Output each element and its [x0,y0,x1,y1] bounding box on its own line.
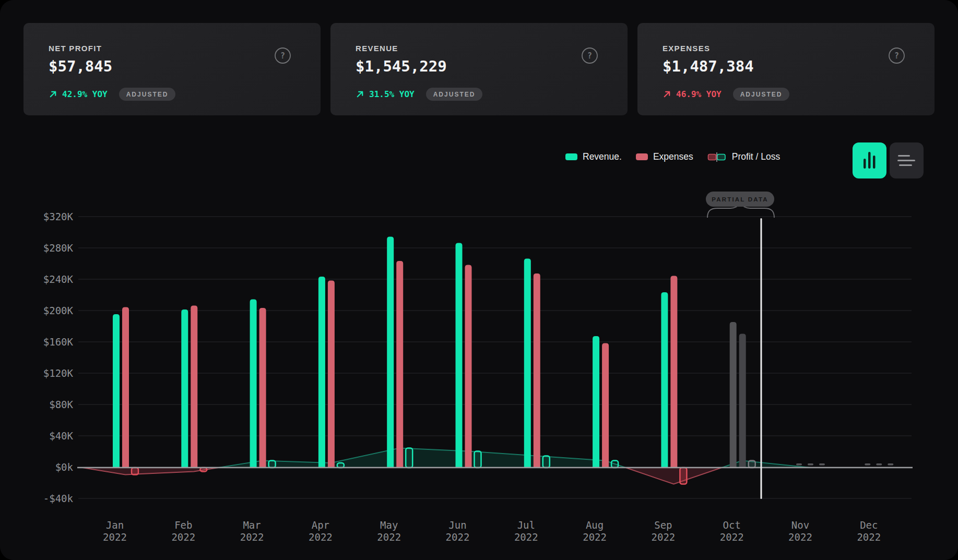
view-toggle [853,142,924,178]
kpi-cards-row: NET PROFIT ? $57,845 42.9% YOY ADJUSTED [23,23,935,115]
bar-expenses-jun[interactable] [465,265,472,468]
legend-label: Expenses [653,151,693,162]
bar-revenue-oct[interactable] [730,322,737,468]
y-axis-label: $0k [55,461,74,473]
expenses-swatch-icon [636,153,648,160]
bar-expenses-sep[interactable] [670,276,677,468]
bar-revenue-jun[interactable] [456,243,463,468]
bar-expenses-oct[interactable] [739,334,746,468]
legend-item-profit-loss[interactable]: Profit / Loss [707,151,780,162]
question-circle-icon: ? [274,47,291,64]
adjusted-badge: ADJUSTED [733,88,790,101]
no-data-dash-dec [865,463,870,466]
x-axis-label-oct: Oct2022 [720,519,744,543]
x-axis-label-apr: Apr2022 [309,519,333,543]
y-axis-label: $280K [43,242,74,254]
kpi-card-revenue: REVENUE ? $1,545,229 31.5% YOY ADJUSTED [330,23,628,115]
x-axis-label-mar: Mar2022 [240,519,264,543]
adjusted-badge: ADJUSTED [426,88,483,101]
bar-profit-loss-sep[interactable] [680,468,687,484]
chart-view-button[interactable] [853,142,886,178]
chart-legend: Revenue. Expenses Profit / Loss [565,151,780,162]
yoy-text: 46.9% YOY [676,89,722,99]
list-rows-icon [897,155,916,166]
yoy-change: 42.9% YOY [49,89,108,99]
no-data-dash-dec [888,463,893,466]
bar-revenue-mar[interactable] [250,300,257,468]
help-icon[interactable]: ? [888,47,905,64]
y-axis-label: $240K [43,273,74,285]
bar-expenses-apr[interactable] [328,281,335,468]
kpi-card-expenses: EXPENSES ? $1,487,384 46.9% YOY ADJUSTED [637,23,935,115]
x-axis-label-nov: Nov2022 [788,519,812,543]
x-axis-label-dec: Dec2022 [857,519,881,543]
y-axis-label: $160K [43,336,74,348]
yoy-change: 31.5% YOY [356,89,415,99]
question-circle-icon: ? [581,47,598,64]
zero-axis-line [77,467,913,469]
x-axis-label-jun: Jun2022 [446,519,470,543]
bar-revenue-aug[interactable] [593,336,599,468]
bar-expenses-aug[interactable] [602,343,609,468]
trend-up-arrow-icon [49,90,57,99]
card-meta: 31.5% YOY ADJUSTED [356,88,628,101]
x-axis-label-sep: Sep2022 [652,519,676,543]
bar-profit-loss-oct[interactable] [749,461,755,468]
bar-expenses-jan[interactable] [122,307,129,468]
bar-chart-icon [864,152,876,169]
yoy-change: 46.9% YOY [663,89,722,99]
x-axis-label-feb: Feb2022 [171,519,195,543]
trend-up-arrow-icon [356,90,364,99]
bar-revenue-jan[interactable] [113,314,120,468]
bar-revenue-feb[interactable] [181,309,188,468]
legend-item-expenses[interactable]: Expenses [636,151,693,162]
yoy-text: 31.5% YOY [369,89,415,99]
bar-revenue-jul[interactable] [524,259,531,468]
financial-dashboard: NET PROFIT ? $57,845 42.9% YOY ADJUSTED [0,0,958,560]
bar-expenses-mar[interactable] [259,308,266,468]
adjusted-badge: ADJUSTED [119,88,176,101]
no-data-dash-nov [808,463,813,466]
current-date-cursor [761,218,762,499]
svg-text:?: ? [894,51,899,61]
card-meta: 42.9% YOY ADJUSTED [49,88,321,101]
y-axis-label: -$40k [43,493,74,504]
list-view-button[interactable] [890,142,924,178]
bar-revenue-may[interactable] [387,237,394,468]
legend-item-revenue[interactable]: Revenue. [565,151,622,162]
profit-loss-swatch-icon [707,152,727,162]
svg-text:?: ? [280,51,285,61]
bar-profit-loss-jun[interactable] [475,451,481,468]
bar-profit-loss-aug[interactable] [611,461,618,468]
bar-revenue-apr[interactable] [318,277,325,468]
x-axis-label-may: May2022 [377,519,401,543]
no-data-dash-nov [819,463,825,466]
bar-revenue-sep[interactable] [661,292,668,468]
help-icon[interactable]: ? [581,47,598,64]
legend-label: Revenue. [583,151,622,162]
x-axis-label-aug: Aug2022 [583,519,607,543]
no-data-dash-dec [876,463,882,466]
bar-profit-loss-mar[interactable] [269,461,276,468]
legend-label: Profit / Loss [732,151,780,162]
card-meta: 46.9% YOY ADJUSTED [663,88,935,101]
bar-profit-loss-jul[interactable] [543,456,550,468]
trend-up-arrow-icon [663,90,671,99]
y-axis-label: $80K [49,399,73,410]
y-axis-label: $120K [43,367,74,379]
bar-profit-loss-may[interactable] [406,448,412,468]
revenue-swatch-icon [565,153,577,160]
kpi-card-net-profit: NET PROFIT ? $57,845 42.9% YOY ADJUSTED [23,23,321,115]
y-axis-label: $40K [49,430,73,442]
help-icon[interactable]: ? [274,47,291,64]
partial-data-badge: PARTIAL DATA [706,192,774,207]
no-data-dash-nov [796,463,802,466]
x-axis-label-jan: Jan2022 [103,519,127,543]
x-axis-label-jul: Jul2022 [514,519,538,543]
yoy-text: 42.9% YOY [62,89,108,99]
bar-expenses-may[interactable] [396,261,403,468]
bar-expenses-feb[interactable] [191,306,197,468]
question-circle-icon: ? [888,47,905,64]
bar-expenses-jul[interactable] [534,273,540,468]
bar-profit-loss-jan[interactable] [132,468,138,475]
